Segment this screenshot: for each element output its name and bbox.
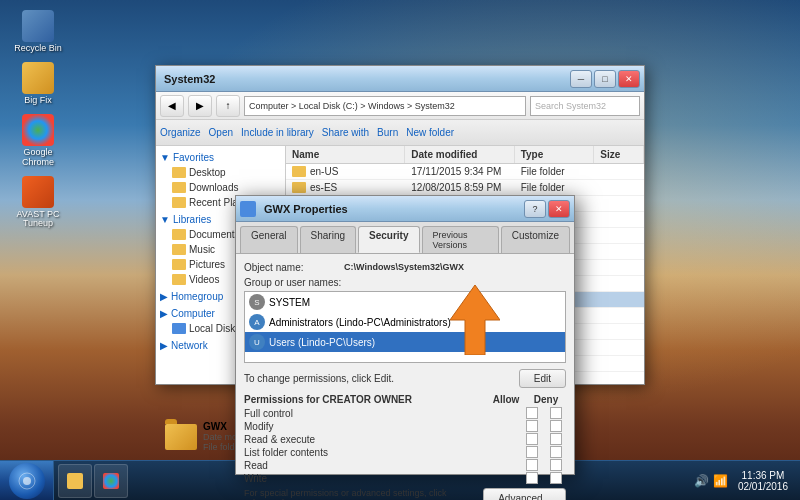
dialog-icon [240,201,256,217]
network-label: Network [171,340,208,351]
svg-marker-0 [450,285,500,355]
new-folder-button[interactable]: New folder [406,127,454,138]
edit-info-text: To change permissions, click Edit. [244,373,519,384]
chrome-taskbar-icon [103,473,119,489]
write-deny-checkbox[interactable] [550,472,562,484]
file-row[interactable]: en-US 17/11/2015 9:34 PM File folder [286,164,644,180]
system-perm-label: SYSTEM [269,297,310,308]
bigfix-icon[interactable]: Big Fix [8,62,68,106]
permissions-list: S SYSTEM A Administrators (Lindo-PC\Admi… [244,291,566,363]
read-deny-checkbox[interactable] [550,459,562,471]
recycle-bin-label: Recycle Bin [14,44,62,54]
perm-item-users[interactable]: U Users (Lindo-PC\Users) [245,332,565,352]
svg-point-2 [23,477,31,485]
share-with-button[interactable]: Share with [322,127,369,138]
google-chrome-icon[interactable]: Google Chrome [8,114,68,168]
explorer-taskbar-icon [67,473,83,489]
perm-full-control: Full control [244,407,566,419]
modify-deny-checkbox[interactable] [550,420,562,432]
list-folder-allow-checkbox[interactable] [526,446,538,458]
system-tray: 🔊 📶 [694,474,728,488]
list-folder-deny-checkbox[interactable] [550,446,562,458]
system-perm-icon: S [249,294,265,310]
dialog-close-button[interactable]: ✕ [548,200,570,218]
explorer-taskbar-item[interactable] [58,464,92,498]
downloads-nav-item[interactable]: Downloads [156,180,285,195]
open-button[interactable]: Open [209,127,233,138]
file-size [594,250,644,254]
close-button[interactable]: ✕ [618,70,640,88]
read-execute-deny-checkbox[interactable] [550,433,562,445]
edit-permissions-button[interactable]: Edit [519,369,566,388]
full-control-deny-checkbox[interactable] [550,407,562,419]
address-bar[interactable]: Computer > Local Disk (C:) > Windows > S… [244,96,526,116]
tab-general[interactable]: General [240,226,298,253]
taskbar-right: 🔊 📶 11:36 PM 02/01/2016 [686,461,800,500]
include-in-library-button[interactable]: Include in library [241,127,314,138]
tab-customize[interactable]: Customize [501,226,570,253]
dialog-title: GWX Properties [260,203,524,215]
dialog-content: Object name: C:\Windows\System32\GWX Gro… [236,254,574,500]
search-box[interactable]: Search System32 [530,96,640,116]
start-orb [9,463,45,499]
file-size [594,282,644,286]
tab-sharing[interactable]: Sharing [300,226,356,253]
read-allow-checkbox[interactable] [526,459,538,471]
recycle-bin-icon[interactable]: Recycle Bin [8,10,68,54]
search-placeholder: Search System32 [535,101,606,111]
full-control-allow-checkbox[interactable] [526,407,538,419]
advanced-button-row: For special permissions or advanced sett… [244,488,566,500]
column-size[interactable]: Size [594,146,644,163]
up-button[interactable]: ↑ [216,95,240,117]
read-execute-allow-checkbox[interactable] [526,433,538,445]
tab-security[interactable]: Security [358,226,419,253]
perm-item-system[interactable]: S SYSTEM [245,292,565,312]
permissions-section: Group or user names: S SYSTEM A Administ… [244,277,566,363]
chrome-taskbar-item[interactable] [94,464,128,498]
folder-icon [292,166,306,177]
bigfix-image [22,62,54,94]
forward-button[interactable]: ▶ [188,95,212,117]
tab-previous-versions[interactable]: Previous Versions [422,226,499,253]
start-button[interactable] [0,461,54,501]
organize-button[interactable]: Organize [160,127,201,138]
column-date[interactable]: Date modified [405,146,514,163]
admin-perm-icon: A [249,314,265,330]
file-name: en-US [286,164,405,179]
file-list-header: Name Date modified Type Size [286,146,644,164]
desktop-icons: Recycle Bin Big Fix Google Chrome AVAST … [8,10,68,229]
maximize-button[interactable]: □ [594,70,616,88]
favorites-header[interactable]: ▼Favorites [156,150,285,165]
column-type[interactable]: Type [515,146,595,163]
folder-icon [292,182,306,193]
perm-item-administrators[interactable]: A Administrators (Lindo-PC\Administrator… [245,312,565,332]
window-controls: ─ □ ✕ [570,70,640,88]
advanced-info: For special permissions or advanced sett… [244,488,483,500]
explorer-titlebar: System32 ─ □ ✕ [156,66,644,92]
burn-button[interactable]: Burn [377,127,398,138]
back-button[interactable]: ◀ [160,95,184,117]
file-row[interactable]: es-ES 12/08/2015 8:59 PM File folder [286,180,644,196]
dialog-help-button[interactable]: ? [524,200,546,218]
gwx-folder-icon [165,424,197,450]
homegroup-label: Homegroup [171,291,223,302]
tray-icon-2: 📶 [713,474,728,488]
desktop-nav-icon [172,167,186,178]
advanced-button[interactable]: Advanced... [483,488,566,500]
avast-icon[interactable]: AVAST PC Tuneup [8,176,68,230]
computer-label: Computer [171,308,215,319]
dialog-titlebar: GWX Properties ? ✕ [236,196,574,222]
downloads-nav-label: Downloads [189,182,238,193]
clock-date: 02/01/2016 [738,481,788,492]
documents-nav-icon [172,229,186,240]
desktop-nav-item[interactable]: Desktop [156,165,285,180]
libraries-label: Libraries [173,214,211,225]
explorer-title: System32 [160,73,570,85]
file-size [594,234,644,238]
column-name[interactable]: Name [286,146,405,163]
videos-nav-label: Videos [189,274,219,285]
minimize-button[interactable]: ─ [570,70,592,88]
modify-allow-checkbox[interactable] [526,420,538,432]
write-allow-checkbox[interactable] [526,472,538,484]
file-size [594,346,644,350]
